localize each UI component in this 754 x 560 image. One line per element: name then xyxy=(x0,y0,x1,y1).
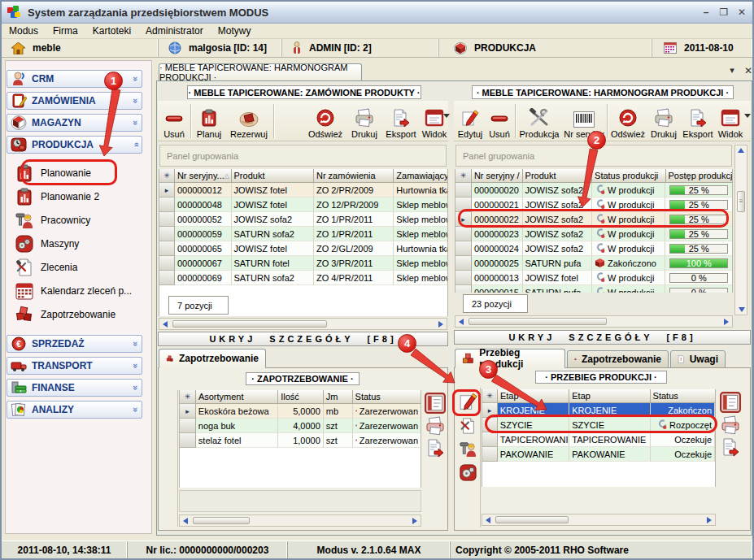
table-row[interactable]: 000000067 SATURN fotel ZO 3/PR/2011 Skle… xyxy=(159,256,447,271)
plan-button[interactable]: Planuj xyxy=(193,102,225,140)
menu-item-motywy[interactable]: Motywy xyxy=(211,24,259,38)
table-row[interactable]: stelaż fotel 1,0000 szt Zarezerwowan xyxy=(180,433,421,448)
table-row[interactable]: 000000048 JOWISZ fotel ZO 12/PR/2009 Skl… xyxy=(159,198,447,212)
tab-zapotrzebowanie-2[interactable]: Zapotrzebowanie xyxy=(567,350,669,368)
export-list-icon[interactable] xyxy=(425,438,445,458)
production-button[interactable]: Produkcja xyxy=(517,102,561,140)
menu-item-firma[interactable]: Firma xyxy=(46,24,85,38)
scroll-thumb[interactable] xyxy=(193,517,250,524)
table-row[interactable]: 000000065 JOWISZ fotel ZO 2/GL/2009 Hurt… xyxy=(159,241,447,256)
table-row[interactable]: 000000020 JOWISZ sofa2 W produkcji 25 % xyxy=(455,183,732,198)
scroll-right-icon[interactable] xyxy=(724,319,729,325)
column-header-progress[interactable]: Postęp produkcj xyxy=(666,169,733,183)
refresh-button[interactable]: Odśwież xyxy=(304,102,346,140)
close-button[interactable]: ✕ xyxy=(733,6,751,20)
stage-machine-icon[interactable] xyxy=(459,463,477,482)
table-row-clipped[interactable]: 000000015 SATURN pufa W produkcji 0 % xyxy=(455,285,732,293)
export-button[interactable]: Eksport xyxy=(382,102,420,140)
gutter-header[interactable]: ✳ xyxy=(159,169,175,183)
sidebar-group-sprzedaz[interactable]: € SPRZEDAŻ » xyxy=(7,335,142,353)
minimize-button[interactable]: – xyxy=(697,6,715,20)
tab-harmonogram-produkcji[interactable]: · MEBLE TAPICEROWANE: HARMONOGRAM PRODUK… xyxy=(159,63,362,80)
print-list-icon[interactable] xyxy=(721,415,740,435)
scroll-left-icon[interactable] xyxy=(183,518,188,524)
gutter-header[interactable]: ✳ xyxy=(455,169,472,183)
workspace-close-button[interactable]: ✕ xyxy=(742,65,754,78)
reserve-button[interactable]: Rezerwuj xyxy=(227,102,271,140)
column-header-status[interactable]: Status xyxy=(651,389,715,403)
menu-item-modus[interactable]: Modus xyxy=(2,24,46,38)
sidebar-item-planowanie-2[interactable]: Planowanie 2 xyxy=(15,184,143,208)
tab-przebieg-produkcji[interactable]: Przebieg produkcji xyxy=(455,349,565,368)
stage-worker-icon[interactable] xyxy=(459,440,477,458)
column-header-order[interactable]: Nr zamówienia xyxy=(314,169,394,183)
scroll-thumb[interactable] xyxy=(469,318,607,325)
sidebar-group-produkcja[interactable]: PRODUKCJA » xyxy=(7,136,142,154)
workspace-collapse-button[interactable]: ▾ xyxy=(726,65,739,78)
open-list-icon[interactable] xyxy=(425,393,446,414)
print-list-icon[interactable] xyxy=(425,416,445,436)
maximize-button[interactable]: ❒ xyxy=(715,6,733,20)
gutter-header[interactable]: ✳ xyxy=(180,390,196,404)
column-header-status[interactable]: Status xyxy=(353,390,421,404)
scroll-down-icon[interactable] xyxy=(739,307,745,312)
table-row[interactable]: 000000059 SATURN sofa2 ZO 1/PR/2011 Skle… xyxy=(159,227,447,241)
scroll-up-icon[interactable] xyxy=(738,148,744,153)
print-button[interactable]: Drukuj xyxy=(348,102,381,140)
table-row[interactable]: 000000069 SATURN sofa2 ZO 4/PR/2011 Skle… xyxy=(159,271,447,285)
table-row[interactable]: PAKOWANIE PAKOWANIE Oczekuje xyxy=(482,447,715,462)
menu-item-administrator[interactable]: Administrator xyxy=(138,24,211,38)
delete-button[interactable]: Usuń xyxy=(486,102,512,140)
scroll-left-icon[interactable] xyxy=(459,319,464,325)
table-row[interactable]: TAPICEROWANIE TAPICEROWANIE Oczekuje xyxy=(482,432,715,447)
column-header-product[interactable]: Produkt xyxy=(523,169,592,183)
sidebar-group-analizy[interactable]: ANALIZY » xyxy=(7,401,142,419)
right-hide-details-button[interactable]: UKRYJ SZCZEGÓŁY [F8] xyxy=(454,330,751,345)
menu-item-kartoteki[interactable]: Kartoteki xyxy=(85,24,138,38)
export-list-icon[interactable] xyxy=(721,437,740,457)
sidebar-group-magazyn[interactable]: MAGAZYN » xyxy=(7,114,142,132)
column-header-serial[interactable]: Nr seryjny...△ xyxy=(175,169,232,183)
table-row[interactable]: 000000025 SATURN pufa Zakończono 100 % xyxy=(455,256,732,271)
table-row[interactable]: 000000023 JOWISZ sofa2 W produkcji 25 % xyxy=(455,227,732,241)
sidebar-item-pracownicy[interactable]: Pracownicy xyxy=(15,208,143,232)
column-header-etap1[interactable]: Etap xyxy=(498,389,569,403)
export-button[interactable]: Eksport xyxy=(681,102,715,140)
column-header-qty[interactable]: Ilość xyxy=(278,390,324,404)
view-button[interactable]: Widok xyxy=(420,102,449,140)
column-header-etap2[interactable]: Etap xyxy=(569,389,650,403)
sidebar-item-zlecenia[interactable]: Zlecenia xyxy=(15,255,143,279)
left-grouping-panel[interactable]: Panel grupowania xyxy=(159,145,447,167)
scroll-left-icon[interactable] xyxy=(486,517,490,523)
edit-button[interactable]: Edytuj xyxy=(455,102,486,140)
table-row[interactable]: ▸ Ekoskóra beżowa 5,0000 mb Zarezerwowan xyxy=(180,404,421,419)
stage-order-icon[interactable] xyxy=(459,417,477,435)
sidebar-item-zapotrzebowanie[interactable]: Zapotrzebowanie xyxy=(15,302,143,326)
tab-zapotrzebowanie[interactable]: Zapotrzebowanie xyxy=(159,349,266,368)
scroll-right-icon[interactable] xyxy=(438,321,443,328)
right-vscrollbar[interactable]: ≡ xyxy=(734,145,747,315)
scroll-thumb[interactable] xyxy=(495,516,569,523)
view-dropdown-icon[interactable] xyxy=(443,114,450,118)
table-row[interactable]: noga buk 4,0000 szt Zarezerwowan xyxy=(180,419,421,433)
refresh-button[interactable]: Odśwież xyxy=(609,102,647,140)
scroll-right-icon[interactable] xyxy=(412,518,417,524)
column-header-customer[interactable]: Zamawiający xyxy=(394,169,447,183)
scroll-right-icon[interactable] xyxy=(707,517,712,523)
sidebar-group-zamowienia[interactable]: ZAMÓWIENIA » xyxy=(7,92,142,110)
gutter-header[interactable]: ✳ xyxy=(482,389,498,403)
table-row[interactable]: 000000052 JOWISZ sofa2 ZO 1/PR/2011 Skle… xyxy=(159,212,447,227)
bottom-right-hscrollbar[interactable] xyxy=(482,514,716,526)
tab-uwagi[interactable]: ! Uwagi xyxy=(670,350,726,368)
column-header-unit[interactable]: Jm xyxy=(324,390,353,404)
left-hscrollbar[interactable] xyxy=(159,318,447,330)
table-row[interactable]: 000000013 JOWISZ fotel W produkcji 0 % xyxy=(455,271,732,285)
sidebar-group-transport[interactable]: TRANSPORT » xyxy=(7,357,142,375)
table-row[interactable]: ▸ 000000012 JOWISZ fotel ZO 2/PR/2009 Hu… xyxy=(159,183,447,198)
sidebar-group-finanse[interactable]: FINANSE » xyxy=(7,379,142,397)
column-header-status[interactable]: Status produkcji xyxy=(592,169,665,183)
open-list-icon[interactable] xyxy=(720,392,741,413)
sidebar-item-kalendarz-zlecen[interactable]: Kalendarz zleceń p... xyxy=(15,279,143,302)
scroll-left-icon[interactable] xyxy=(163,321,168,328)
delete-button[interactable]: Usuń xyxy=(159,102,189,140)
